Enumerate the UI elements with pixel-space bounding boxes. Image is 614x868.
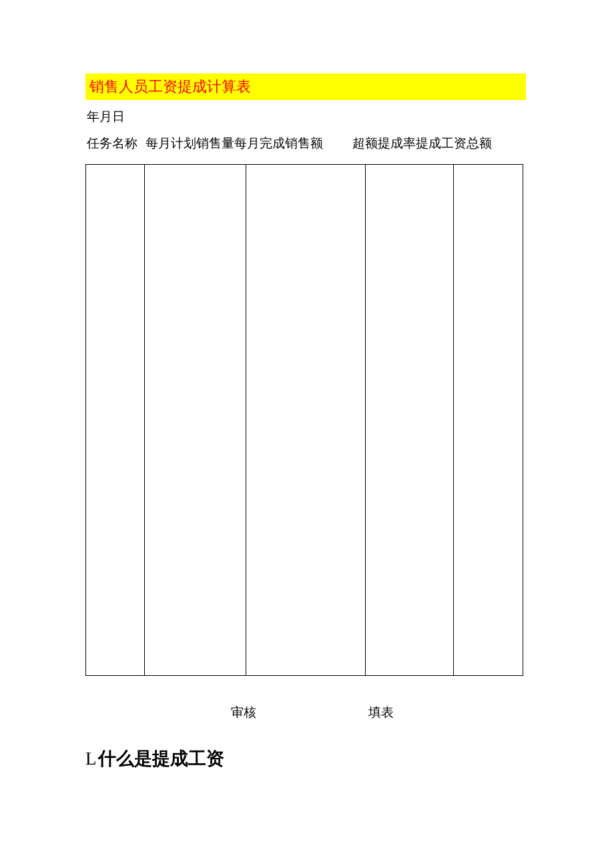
section-text: 什么是提成工资 [98, 749, 224, 769]
table-cell [144, 165, 246, 676]
section-prefix: L [85, 749, 97, 769]
table-header-row: 任务名称 每月计划销售量每月完成销售额 超额提成率提成工资总额 [85, 135, 529, 152]
commission-table [85, 164, 523, 676]
section-heading: L什么是提成工资 [85, 747, 529, 771]
fill-label: 填表 [368, 704, 394, 721]
title-bar: 销售人员工资提成计算表 [85, 73, 526, 100]
header-monthly-plan: 每月计划销售量每月完成销售额 [140, 135, 327, 152]
table-cell [454, 165, 523, 676]
document-title: 销售人员工资提成计算表 [89, 78, 251, 95]
table-cell [86, 165, 145, 676]
header-excess-rate: 超额提成率提成工资总额 [327, 135, 492, 152]
signature-row: 审核 填表 [85, 704, 529, 721]
table-row [86, 165, 523, 676]
header-task-name: 任务名称 [87, 135, 140, 152]
audit-label: 审核 [231, 704, 256, 721]
table-cell [246, 165, 366, 676]
table-cell [366, 165, 454, 676]
date-line: 年月日 [85, 108, 529, 125]
